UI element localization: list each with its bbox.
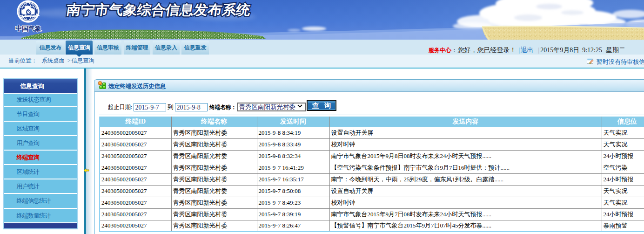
svg-text:南宁市气象综合信息发布系统: 南宁市气象综合信息发布系统 xyxy=(66,2,252,17)
svg-text:中国气象: 中国气象 xyxy=(15,25,41,32)
